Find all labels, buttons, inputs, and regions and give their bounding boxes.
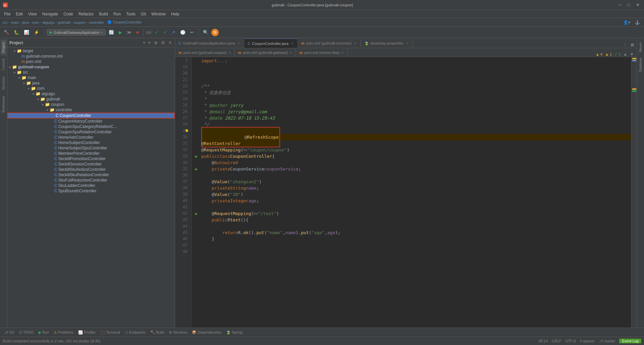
tab-close[interactable]: ✕ <box>353 42 357 45</box>
toolbar-run-btn[interactable]: ▶ <box>117 29 124 36</box>
menu-window[interactable]: Window <box>149 11 168 17</box>
bt-todo[interactable]: ☑ TODO <box>17 330 36 335</box>
tab-pom-common[interactable]: m pom.xml (gulimall-common) ✕ <box>298 39 361 48</box>
bt-terminal[interactable]: ⬛ Terminal <box>98 330 122 335</box>
bc-controller[interactable]: controller <box>89 20 104 24</box>
tree-item-home-adv[interactable]: C HomeAdvController <box>7 135 175 140</box>
toolbar-search-btn[interactable]: 🔍 <box>201 29 210 36</box>
tree-item-coupon-spu-cat[interactable]: C CouponSpuCategoryRelationC... <box>7 124 175 129</box>
tab-close[interactable]: ✕ <box>228 51 231 55</box>
bt-build[interactable]: 🔨 Build <box>148 330 166 335</box>
status-linesep[interactable]: CRLF <box>552 339 561 343</box>
menu-navigate[interactable]: Navigate <box>40 11 61 17</box>
tab-close[interactable]: ✕ <box>236 42 240 45</box>
tree-item-pom[interactable]: m pom.xml <box>7 59 175 64</box>
menu-view[interactable]: View <box>25 11 40 17</box>
side-tab-database[interactable]: Database <box>638 55 643 75</box>
scroll-up-btn[interactable]: ▲ <box>623 52 627 57</box>
bc-gulimall[interactable]: gulimall <box>58 20 70 24</box>
tab-bootstrap[interactable]: 🍃 bootstrap.properties ✕ <box>361 39 413 48</box>
toolbar-git-history[interactable]: 🕐 <box>178 29 187 36</box>
tree-item-coupon-controller[interactable]: C CouponController <box>7 113 175 119</box>
tree-item-src[interactable]: 📁 src <box>7 70 175 75</box>
tab2-pom-coupon[interactable]: m pom.xml (gulimall-coupon) ✕ <box>175 49 235 57</box>
side-tab-project[interactable]: Project <box>1 40 6 55</box>
tree-item-home-subj[interactable]: C HomeSubjectController <box>7 140 175 145</box>
git-branch-name[interactable]: master <box>604 339 615 343</box>
bc-java[interactable]: java <box>22 20 29 24</box>
tab-close[interactable]: ✕ <box>289 51 292 55</box>
tree-item-home-subj-spu[interactable]: C HomeSubjectSpuController <box>7 145 175 151</box>
tree-item-main[interactable]: 📁 main <box>7 75 175 80</box>
project-close-btn[interactable]: ✕ <box>168 40 173 46</box>
bc-main[interactable]: main <box>11 20 19 24</box>
menu-tools[interactable]: Tools <box>123 11 138 17</box>
maximize-button[interactable]: □ <box>626 2 632 8</box>
tree-item-iml[interactable]: m gulimall-common.iml <box>7 54 175 59</box>
bt-endpoints[interactable]: ⬡ Endpoints <box>123 330 148 335</box>
tab-close[interactable]: ✕ <box>405 42 409 45</box>
bc-com[interactable]: com <box>32 20 39 24</box>
project-gear-btn[interactable]: ⚙ <box>160 40 166 46</box>
project-collapse-btn[interactable]: ≡ <box>147 40 151 46</box>
side-tab-maven[interactable]: Maven <box>638 40 643 55</box>
tree-item-java[interactable]: 📁 java <box>7 80 175 86</box>
toolbar-git-check2[interactable]: ✓ <box>162 29 169 36</box>
side-tab-structure[interactable]: Structure <box>1 74 6 93</box>
tree-item-seckill-sku-notice[interactable]: C SeckillSkuNoticeController <box>7 167 175 172</box>
project-scroll-btn[interactable]: ⊕ <box>153 40 158 46</box>
minimize-button[interactable]: ─ <box>616 2 623 8</box>
toolbar-git-check[interactable]: ✓ <box>153 29 160 36</box>
side-tab-commit[interactable]: Commit <box>1 56 6 73</box>
toolbar-debug-btn[interactable]: 🐛 <box>12 29 21 36</box>
bt-profiler[interactable]: 📈 Profiler <box>76 330 98 335</box>
toolbar-refresh-btn[interactable]: 🔄 <box>107 29 116 36</box>
menu-edit[interactable]: Edit <box>13 11 25 17</box>
tree-item-coupon-root[interactable]: 📁 gulimall-coupon <box>7 64 175 70</box>
bc-src[interactable]: src <box>3 20 8 24</box>
gutter-warning-2[interactable] <box>632 88 636 90</box>
bc-user-btn[interactable]: 👤▾ <box>622 19 632 25</box>
tab-close[interactable]: ✕ <box>341 51 344 55</box>
gutter-warning-1[interactable] <box>632 58 636 59</box>
status-encoding[interactable]: UTF-8 <box>566 339 576 343</box>
tab-overflow-btn[interactable]: ⋮ <box>622 42 629 48</box>
tree-item-coupon-spu-rel[interactable]: C CouponSpuRelationController <box>7 129 175 135</box>
menu-run[interactable]: Run <box>111 11 123 17</box>
tree-item-gulimall[interactable]: 📁 gulimall <box>7 96 175 102</box>
tree-item-sku-ladder[interactable]: C SkuLadderController <box>7 183 175 188</box>
tree-item-coupon-history[interactable]: C CouponHistoryController <box>7 119 175 124</box>
menu-file[interactable]: File <box>1 11 13 17</box>
toolbar-stop-btn[interactable]: ■ <box>135 29 141 36</box>
menu-help[interactable]: Help <box>168 11 182 17</box>
toolbar-coverage-btn[interactable]: 📊 <box>22 29 31 36</box>
toolbar-settings-btn[interactable]: ⚙ <box>211 29 219 36</box>
tree-item-seckill-promo[interactable]: C SeckillPromotionController <box>7 156 175 161</box>
scroll-down-btn[interactable]: ▼ <box>630 52 634 57</box>
bt-run[interactable]: ▶ Run <box>37 330 51 335</box>
menu-git[interactable]: Git <box>138 11 149 17</box>
bc-atguigu[interactable]: atguigu <box>42 20 54 24</box>
tab-coupon-app[interactable]: C GulimallCouponApplication.java ✕ <box>175 39 244 48</box>
menu-code[interactable]: Code <box>61 11 76 17</box>
bc-nav-btn[interactable]: ⚓ <box>634 19 641 25</box>
ok-count[interactable]: ✓ 1 <box>614 52 621 57</box>
warning-count[interactable]: ▲ 4 <box>596 52 602 56</box>
bt-dependencies[interactable]: 📦 Dependencies <box>190 330 223 335</box>
tree-item-atguigu[interactable]: 📁 atguigu <box>7 91 175 96</box>
menu-refactor[interactable]: Refactor <box>76 11 96 17</box>
tree-item-coupon[interactable]: 📁 coupon <box>7 102 175 107</box>
bt-git[interactable]: ⎇ Git <box>2 330 16 335</box>
toolbar-build-btn[interactable]: 🔨 <box>2 29 11 36</box>
tab-split-btn[interactable]: ▦ <box>631 43 634 47</box>
tree-item-spu-bounds[interactable]: C SpuBoundsController <box>7 188 175 194</box>
code-content[interactable]: ▶ ▶ ▶ <box>192 57 631 328</box>
tree-item-seckill-sess[interactable]: C SeckillSessionController <box>7 161 175 167</box>
tab2-pom-gateway[interactable]: m pom.xml (gulimall-gateway) ✕ <box>235 49 296 57</box>
tree-item-seckill-sku-rel[interactable]: C SeckillSkuRelationController <box>7 172 175 178</box>
close-button[interactable]: ✕ <box>634 2 641 8</box>
status-position[interactable]: 30:14 <box>538 339 548 343</box>
event-log-button[interactable]: Event Log <box>619 339 641 343</box>
tab2-pom-renren[interactable]: m pom.xml (renren-fast) ✕ <box>296 49 347 57</box>
tab-close[interactable]: ✕ <box>290 42 294 45</box>
